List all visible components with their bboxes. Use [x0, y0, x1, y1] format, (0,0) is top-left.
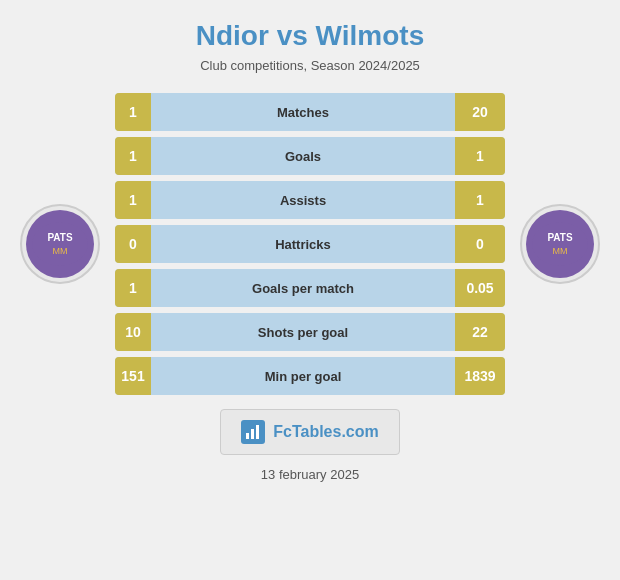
stat-label: Min per goal: [151, 369, 455, 384]
stat-right-value: 1: [455, 137, 505, 175]
svg-text:PATS: PATS: [47, 232, 73, 243]
svg-rect-8: [256, 425, 259, 439]
stat-row: 10Shots per goal22: [115, 313, 505, 351]
stat-label: Goals: [151, 149, 455, 164]
stat-left-value: 10: [115, 313, 151, 351]
stat-right-value: 1839: [455, 357, 505, 395]
stat-left-value: 1: [115, 269, 151, 307]
team-logo-left: PATS MM: [20, 204, 100, 284]
page-subtitle: Club competitions, Season 2024/2025: [200, 58, 420, 73]
stat-row: 151Min per goal1839: [115, 357, 505, 395]
stat-label: Hattricks: [151, 237, 455, 252]
svg-text:MM: MM: [53, 246, 68, 256]
comparison-area: PATS MM 1Matches201Goals11Assists10Hattr…: [20, 93, 600, 395]
svg-point-3: [532, 222, 588, 266]
fc-part: Fc: [273, 423, 292, 440]
stat-right-value: 1: [455, 181, 505, 219]
stat-label: Goals per match: [151, 281, 455, 296]
svg-rect-6: [246, 433, 249, 439]
stat-left-value: 1: [115, 181, 151, 219]
watermark-box: FcTables.com: [220, 409, 400, 455]
svg-text:MM: MM: [553, 246, 568, 256]
stat-label: Shots per goal: [151, 325, 455, 340]
stat-left-value: 151: [115, 357, 151, 395]
svg-point-0: [32, 222, 88, 266]
svg-text:PATS: PATS: [547, 232, 573, 243]
stat-right-value: 22: [455, 313, 505, 351]
stat-row: 1Goals1: [115, 137, 505, 175]
stat-left-value: 1: [115, 137, 151, 175]
chart-icon: [244, 423, 262, 441]
tables-part: Tables.com: [292, 423, 379, 440]
stat-label: Assists: [151, 193, 455, 208]
stat-right-value: 0: [455, 225, 505, 263]
stat-right-value: 0.05: [455, 269, 505, 307]
stat-right-value: 20: [455, 93, 505, 131]
logo-inner-left: PATS MM: [26, 210, 94, 278]
fctables-icon: [241, 420, 265, 444]
stat-row: 0Hattricks0: [115, 225, 505, 263]
right-team-badge: PATS MM: [530, 214, 590, 274]
stat-left-value: 0: [115, 225, 151, 263]
team-logo-right: PATS MM: [520, 204, 600, 284]
svg-rect-7: [251, 429, 254, 439]
stat-row: 1Goals per match0.05: [115, 269, 505, 307]
stat-left-value: 1: [115, 93, 151, 131]
page-title: Ndior vs Wilmots: [196, 20, 424, 52]
footer-date: 13 february 2025: [261, 467, 359, 482]
logo-inner-right: PATS MM: [526, 210, 594, 278]
watermark-text: FcTables.com: [273, 423, 379, 441]
stat-row: 1Matches20: [115, 93, 505, 131]
stat-row: 1Assists1: [115, 181, 505, 219]
stats-container: 1Matches201Goals11Assists10Hattricks01Go…: [115, 93, 505, 395]
stat-label: Matches: [151, 105, 455, 120]
left-team-badge: PATS MM: [30, 214, 90, 274]
